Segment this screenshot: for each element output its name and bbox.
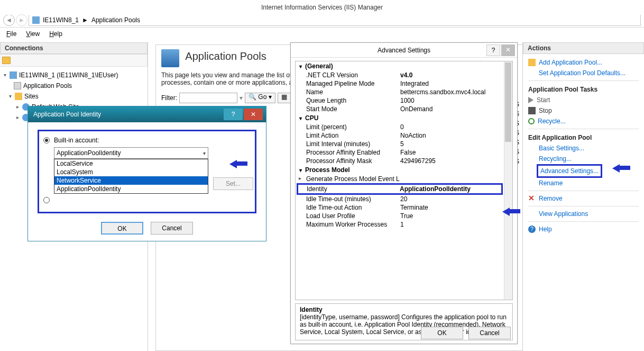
help-icon: ?: [528, 226, 536, 233]
actions-tasks-header: Application Pool Tasks: [528, 84, 639, 95]
property-value: 20: [400, 195, 512, 203]
nav-bar: ◄ ► IE11WIN8_1 ► Application Pools: [0, 13, 644, 28]
dialog-close-button[interactable]: ✕: [244, 109, 263, 120]
collapse-icon[interactable]: ▾: [298, 167, 303, 173]
builtin-label: Built-in account:: [54, 137, 99, 144]
property-key: Start Mode: [306, 105, 400, 113]
property-value: ApplicationPoolIdentity: [400, 185, 501, 193]
cancel-button[interactable]: Cancel: [468, 327, 511, 339]
action-add-pool[interactable]: Add Application Pool...: [528, 57, 639, 68]
property-key: .NET CLR Version: [306, 71, 400, 79]
menu-help[interactable]: Help: [49, 30, 62, 38]
combo-option[interactable]: LocalSystem: [54, 168, 208, 176]
action-view-apps[interactable]: View Applications: [528, 209, 639, 219]
property-row[interactable]: Queue Length1000: [296, 96, 512, 105]
property-row[interactable]: Processor Affinity EnabledFalse: [296, 148, 512, 157]
custom-account-radio[interactable]: [43, 197, 249, 203]
property-value: [400, 175, 512, 183]
category-process-model[interactable]: ▾Process Model: [296, 165, 512, 175]
show-all-button[interactable]: ▦: [278, 93, 291, 103]
action-basic-settings[interactable]: Basic Settings...: [528, 143, 639, 154]
category-cpu[interactable]: ▾CPU: [296, 113, 512, 123]
combo-value: ApplicationPoolIdentity: [57, 149, 121, 157]
dialog-title: Advanced Settings: [378, 47, 430, 54]
property-row-identity[interactable]: Identity ApplicationPoolIdentity: [297, 183, 503, 195]
property-row[interactable]: Namebettercms.sandbox.mvc4.local: [296, 88, 512, 96]
property-key: Processor Affinity Mask: [306, 157, 400, 165]
breadcrumb-server[interactable]: IE11WIN8_1: [43, 16, 79, 24]
collapse-icon[interactable]: ▾: [2, 70, 7, 80]
property-key: Processor Affinity Enabled: [306, 149, 400, 156]
ok-button[interactable]: OK: [101, 222, 143, 235]
remove-icon: ✕: [528, 195, 536, 202]
property-row[interactable]: Limit (percent)0: [296, 123, 512, 131]
property-row[interactable]: Maximum Worker Processes1: [296, 220, 512, 229]
property-grid[interactable]: ▾(General) .NET CLR Versionv4.0Managed P…: [295, 61, 513, 300]
tree-apppools[interactable]: Application Pools: [2, 80, 145, 91]
property-row[interactable]: .NET CLR Versionv4.0: [296, 71, 512, 79]
builtin-account-radio[interactable]: Built-in account:: [43, 137, 249, 144]
address-bar[interactable]: IE11WIN8_1 ► Application Pools: [29, 14, 641, 26]
action-remove[interactable]: ✕Remove: [528, 193, 639, 204]
property-row[interactable]: Start ModeOnDemand: [296, 105, 512, 113]
property-key: Idle Time-out Action: [306, 204, 400, 211]
action-help[interactable]: ?Help: [528, 224, 639, 235]
folder-icon[interactable]: [2, 57, 11, 64]
tree-apppools-label: Application Pools: [23, 80, 72, 91]
property-value: False: [400, 149, 512, 156]
property-key: Limit Action: [306, 132, 400, 139]
property-key: Maximum Worker Processes: [306, 221, 400, 228]
property-row[interactable]: Idle Time-out ActionTerminate: [296, 203, 512, 212]
combo-option-selected[interactable]: NetworkService: [54, 176, 208, 185]
property-row[interactable]: Idle Time-out (minutes)20: [296, 195, 512, 203]
expand-icon[interactable]: ▸: [299, 175, 305, 183]
menu-bar: File View Help: [0, 28, 644, 40]
start-icon: [528, 97, 533, 103]
dialog-help-button[interactable]: ?: [224, 109, 243, 120]
builtin-account-combo[interactable]: ApplicationPoolIdentity ▾: [54, 147, 208, 159]
combo-option[interactable]: ApplicationPoolIdentity: [54, 185, 208, 193]
expand-icon[interactable]: ▸: [15, 102, 20, 112]
filter-label: Filter:: [161, 94, 177, 102]
apppool-icon: [14, 82, 21, 89]
action-stop[interactable]: Stop: [528, 105, 639, 116]
expand-icon[interactable]: ▸: [15, 112, 20, 123]
radio-icon: [43, 137, 50, 143]
property-row[interactable]: Processor Affinity Mask4294967295: [296, 157, 512, 165]
tree-server[interactable]: ▾ IE11WIN8_1 (IE11WIN8_1\IEUser): [2, 70, 145, 80]
property-row[interactable]: Limit ActionNoAction: [296, 131, 512, 140]
cancel-button[interactable]: Cancel: [151, 222, 193, 235]
property-value: v4.0: [400, 71, 512, 79]
property-value: Terminate: [400, 204, 512, 211]
dialog-help-button[interactable]: ?: [486, 44, 500, 56]
action-set-defaults[interactable]: Set Application Pool Defaults...: [528, 68, 639, 78]
server-icon: [32, 16, 40, 24]
property-value: True: [400, 212, 512, 220]
category-general[interactable]: ▾(General): [296, 61, 512, 71]
back-button[interactable]: ◄: [3, 14, 15, 26]
property-value: bettercms.sandbox.mvc4.local: [400, 88, 512, 96]
action-advanced-settings[interactable]: Advanced Settings...: [537, 164, 602, 178]
breadcrumb-node[interactable]: Application Pools: [91, 16, 140, 24]
filter-input[interactable]: [179, 93, 237, 103]
annotation-arrow: [612, 163, 630, 173]
scrollbar-thumb[interactable]: [505, 62, 511, 142]
combo-option[interactable]: LocalService: [54, 159, 208, 168]
menu-view[interactable]: View: [26, 30, 40, 38]
action-recycling[interactable]: Recycling...: [528, 154, 639, 164]
property-row[interactable]: ▸Generate Process Model Event L: [296, 175, 512, 183]
go-button[interactable]: 🔍 Go ▾: [245, 93, 275, 103]
ok-button[interactable]: OK: [421, 327, 463, 339]
property-row[interactable]: Load User ProfileTrue: [296, 212, 512, 220]
collapse-icon[interactable]: ▾: [7, 91, 13, 102]
collapse-icon[interactable]: ▾: [298, 64, 303, 69]
dialog-close-button[interactable]: ✕: [501, 44, 515, 56]
menu-file[interactable]: File: [6, 30, 16, 38]
action-recycle[interactable]: Recycle...: [528, 116, 639, 127]
property-row[interactable]: Limit Interval (minutes)5: [296, 140, 512, 148]
collapse-icon[interactable]: ▾: [298, 115, 303, 121]
action-rename[interactable]: Rename: [528, 178, 639, 188]
property-row[interactable]: Managed Pipeline ModeIntegrated: [296, 79, 512, 88]
scrollbar[interactable]: [504, 61, 512, 300]
tree-sites[interactable]: ▾ Sites: [2, 91, 145, 102]
